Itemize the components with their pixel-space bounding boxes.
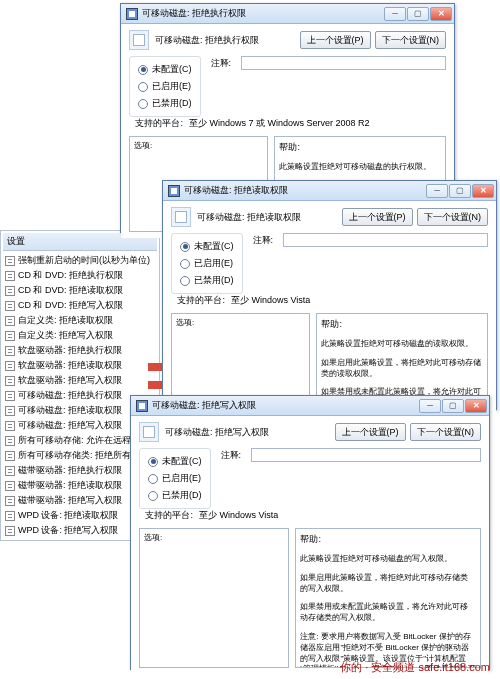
settings-item[interactable]: CD 和 DVD: 拒绝写入权限 — [3, 298, 157, 313]
next-setting-button[interactable]: 下一个设置(N) — [410, 423, 482, 441]
setting-label: 可移动磁盘: 拒绝读取权限 — [18, 404, 122, 417]
setting-icon — [5, 421, 15, 431]
titlebar[interactable]: 可移动磁盘: 拒绝读取权限 ─ ▢ ✕ — [163, 181, 496, 201]
dialog-read: 可移动磁盘: 拒绝读取权限 ─ ▢ ✕ 可移动磁盘: 拒绝读取权限 上一个设置(… — [162, 180, 497, 410]
setting-label: 强制重新启动的时间(以秒为单位) — [18, 254, 150, 267]
policy-header: 可移动磁盘: 拒绝执行权限 — [155, 34, 259, 47]
prev-setting-button[interactable]: 上一个设置(P) — [300, 31, 371, 49]
maximize-button[interactable]: ▢ — [449, 184, 471, 198]
setting-icon — [5, 271, 15, 281]
window-icon — [168, 185, 180, 197]
comment-input[interactable] — [251, 448, 482, 462]
radio-unconfigured[interactable] — [180, 242, 190, 252]
maximize-button[interactable]: ▢ — [442, 399, 464, 413]
setting-label: 磁带驱动器: 拒绝读取权限 — [18, 479, 122, 492]
platform-label: 支持的平台: — [129, 117, 183, 130]
prev-setting-button[interactable]: 上一个设置(P) — [342, 208, 413, 226]
setting-label: CD 和 DVD: 拒绝读取权限 — [18, 284, 123, 297]
setting-icon — [5, 346, 15, 356]
settings-item[interactable]: 软盘驱动器: 拒绝执行权限 — [3, 343, 157, 358]
window-icon — [136, 400, 148, 412]
radio-enabled[interactable] — [138, 82, 148, 92]
comment-label: 注释: — [221, 449, 247, 462]
close-button[interactable]: ✕ — [472, 184, 494, 198]
setting-label: 软盘驱动器: 拒绝写入权限 — [18, 374, 122, 387]
options-pane: 选项: — [139, 528, 289, 668]
setting-icon — [5, 361, 15, 371]
setting-label: 可移动磁盘: 拒绝执行权限 — [18, 389, 122, 402]
policy-icon — [129, 30, 149, 50]
comment-input[interactable] — [283, 233, 489, 247]
platform-value: 至少 Windows 7 或 Windows Server 2008 R2 — [189, 117, 370, 130]
dialog-write: 可移动磁盘: 拒绝写入权限 ─ ▢ ✕ 可移动磁盘: 拒绝写入权限 上一个设置(… — [130, 395, 490, 670]
state-radio-group: 未配置(C) 已启用(E) 已禁用(D) — [139, 448, 211, 509]
setting-icon — [5, 301, 15, 311]
setting-label: 自定义类: 拒绝写入权限 — [18, 329, 113, 342]
setting-icon — [5, 466, 15, 476]
platform-label: 支持的平台: — [171, 294, 225, 307]
setting-icon — [5, 511, 15, 521]
setting-label: WPD 设备: 拒绝读取权限 — [18, 509, 119, 522]
setting-icon — [5, 316, 15, 326]
radio-unconfigured[interactable] — [148, 457, 158, 467]
setting-label: 软盘驱动器: 拒绝读取权限 — [18, 359, 122, 372]
setting-label: 自定义类: 拒绝读取权限 — [18, 314, 113, 327]
window-title: 可移动磁盘: 拒绝写入权限 — [152, 399, 419, 412]
setting-label: CD 和 DVD: 拒绝写入权限 — [18, 299, 123, 312]
radio-unconfigured[interactable] — [138, 65, 148, 75]
policy-header: 可移动磁盘: 拒绝读取权限 — [197, 211, 301, 224]
state-radio-group: 未配置(C) 已启用(E) 已禁用(D) — [129, 56, 201, 117]
setting-icon — [5, 481, 15, 491]
radio-disabled[interactable] — [148, 491, 158, 501]
window-title: 可移动磁盘: 拒绝执行权限 — [142, 7, 384, 20]
setting-label: 磁带驱动器: 拒绝执行权限 — [18, 464, 122, 477]
maximize-button[interactable]: ▢ — [407, 7, 429, 21]
setting-label: 磁带驱动器: 拒绝写入权限 — [18, 494, 122, 507]
comment-label: 注释: — [253, 234, 279, 247]
setting-label: CD 和 DVD: 拒绝执行权限 — [18, 269, 123, 282]
setting-icon — [5, 526, 15, 536]
radio-enabled[interactable] — [148, 474, 158, 484]
settings-item[interactable]: 软盘驱动器: 拒绝写入权限 — [3, 373, 157, 388]
setting-label: 可移动磁盘: 拒绝写入权限 — [18, 419, 122, 432]
radio-disabled[interactable] — [138, 99, 148, 109]
setting-icon — [5, 406, 15, 416]
titlebar[interactable]: 可移动磁盘: 拒绝写入权限 ─ ▢ ✕ — [131, 396, 489, 416]
platform-value: 至少 Windows Vista — [199, 509, 278, 522]
comment-label: 注释: — [211, 57, 237, 70]
watermark: 你的 · 安全频道 safe.it168.com — [340, 660, 490, 675]
setting-icon — [5, 376, 15, 386]
prev-setting-button[interactable]: 上一个设置(P) — [335, 423, 406, 441]
titlebar[interactable]: 可移动磁盘: 拒绝执行权限 ─ ▢ ✕ — [121, 4, 454, 24]
policy-icon — [171, 207, 191, 227]
platform-value: 至少 Windows Vista — [231, 294, 310, 307]
settings-item[interactable]: 软盘驱动器: 拒绝读取权限 — [3, 358, 157, 373]
radio-disabled[interactable] — [180, 276, 190, 286]
minimize-button[interactable]: ─ — [384, 7, 406, 21]
setting-icon — [5, 286, 15, 296]
settings-item[interactable]: 自定义类: 拒绝写入权限 — [3, 328, 157, 343]
state-radio-group: 未配置(C) 已启用(E) 已禁用(D) — [171, 233, 243, 294]
setting-icon — [5, 451, 15, 461]
minimize-button[interactable]: ─ — [419, 399, 441, 413]
close-button[interactable]: ✕ — [465, 399, 487, 413]
settings-item[interactable]: CD 和 DVD: 拒绝执行权限 — [3, 268, 157, 283]
policy-header: 可移动磁盘: 拒绝写入权限 — [165, 426, 269, 439]
setting-label: WPD 设备: 拒绝写入权限 — [18, 524, 119, 537]
settings-item[interactable]: CD 和 DVD: 拒绝读取权限 — [3, 283, 157, 298]
minimize-button[interactable]: ─ — [426, 184, 448, 198]
next-setting-button[interactable]: 下一个设置(N) — [375, 31, 447, 49]
close-button[interactable]: ✕ — [430, 7, 452, 21]
settings-item[interactable]: 强制重新启动的时间(以秒为单位) — [3, 253, 157, 268]
radio-enabled[interactable] — [180, 259, 190, 269]
next-setting-button[interactable]: 下一个设置(N) — [417, 208, 489, 226]
settings-item[interactable]: 自定义类: 拒绝读取权限 — [3, 313, 157, 328]
setting-label: 软盘驱动器: 拒绝执行权限 — [18, 344, 122, 357]
setting-icon — [5, 391, 15, 401]
help-pane: 帮助: 此策略设置拒绝对可移动磁盘的写入权限。 如果启用此策略设置，将拒绝对此可… — [295, 528, 481, 668]
window-title: 可移动磁盘: 拒绝读取权限 — [184, 184, 426, 197]
setting-icon — [5, 256, 15, 266]
setting-icon — [5, 436, 15, 446]
platform-label: 支持的平台: — [139, 509, 193, 522]
comment-input[interactable] — [241, 56, 447, 70]
